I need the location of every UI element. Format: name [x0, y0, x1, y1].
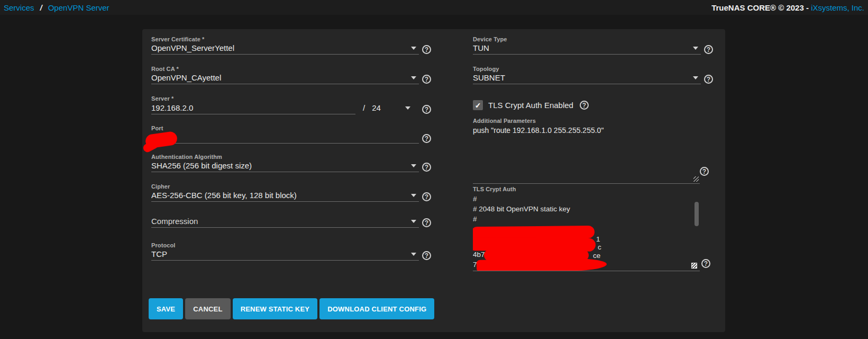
- copyright: TrueNAS CORE® © 2023 - iXsystems, Inc.: [711, 3, 864, 12]
- scrollbar-thumb[interactable]: [695, 202, 699, 226]
- chevron-down-icon: [693, 76, 698, 79]
- tls-key-fragment: ce: [593, 252, 600, 260]
- additional-parameters-label: Additional Parameters: [473, 118, 713, 124]
- device-type-value: TUN: [473, 43, 690, 52]
- topology-value: SUBNET: [473, 73, 690, 82]
- field-additional-parameters: Additional Parameters push "route 192.16…: [473, 118, 713, 184]
- field-protocol: Protocol TCP ?: [151, 242, 431, 261]
- netmask-separator: /: [363, 103, 365, 112]
- field-server: Server * 192.168.2.0 / 24 ?: [151, 95, 431, 114]
- server-label: Server *: [151, 95, 431, 102]
- topology-label: Topology: [473, 66, 713, 73]
- top-bar: Services / OpenVPN Server TrueNAS CORE® …: [0, 0, 868, 15]
- root-ca-select[interactable]: OpenVPN_CAyettel: [151, 74, 419, 84]
- field-authentication-algorithm: Authentication Algorithm SHA256 (256 bit…: [151, 154, 431, 172]
- tls-crypt-auth-label: TLS Crypt Auth: [473, 186, 713, 193]
- tls-crypt-auth-textarea[interactable]: # # 2048 bit OpenVPN static key # 1 c 4b…: [473, 194, 700, 271]
- field-tls-crypt-auth: TLS Crypt Auth # # 2048 bit OpenVPN stat…: [473, 186, 713, 271]
- chevron-down-icon: [411, 194, 416, 197]
- save-button[interactable]: SAVE: [149, 298, 183, 319]
- help-icon[interactable]: ?: [422, 105, 431, 114]
- topology-select[interactable]: SUBNET: [473, 74, 701, 84]
- tls-crypt-auth-line: # 2048 bit OpenVPN static key: [473, 204, 700, 214]
- ixsystems-link[interactable]: iXsystems, Inc.: [811, 3, 864, 12]
- server-input[interactable]: 192.168.2.0: [151, 104, 355, 114]
- chevron-down-icon: [411, 47, 416, 50]
- cancel-button[interactable]: CANCEL: [185, 298, 230, 319]
- authentication-algorithm-label: Authentication Algorithm: [151, 154, 431, 160]
- openvpn-server-page: Services / OpenVPN Server TrueNAS CORE® …: [0, 0, 868, 339]
- help-icon[interactable]: ?: [701, 259, 710, 268]
- breadcrumb-separator: /: [40, 3, 42, 12]
- redaction-scribble: [142, 139, 160, 154]
- help-icon[interactable]: ?: [422, 218, 431, 227]
- breadcrumb: Services / OpenVPN Server: [4, 3, 109, 12]
- device-type-select[interactable]: TUN: [473, 44, 701, 55]
- tls-key-fragment: c: [598, 243, 601, 251]
- breadcrumb-openvpn-server-link[interactable]: OpenVPN Server: [48, 3, 109, 12]
- tls-crypt-auth-enabled-label: TLS Crypt Auth Enabled: [488, 101, 573, 110]
- protocol-select[interactable]: TCP: [151, 250, 419, 261]
- chevron-down-icon: [411, 253, 416, 256]
- redaction-scribble: [477, 258, 607, 271]
- field-cipher: Cipher AES-256-CBC (256 bit key, 128 bit…: [151, 183, 431, 202]
- resize-handle-icon[interactable]: [693, 176, 699, 182]
- field-topology: Topology SUBNET ?: [473, 66, 713, 84]
- protocol-label: Protocol: [151, 242, 431, 249]
- tls-crypt-auth-enabled-checkbox[interactable]: ✓: [473, 100, 483, 110]
- server-value: 192.168.2.0: [151, 103, 355, 112]
- chevron-down-icon: [411, 164, 416, 167]
- download-client-config-button[interactable]: DOWNLOAD CLIENT CONFIG: [319, 298, 434, 319]
- cipher-label: Cipher: [151, 183, 431, 190]
- resize-handle-icon[interactable]: [691, 263, 697, 269]
- additional-parameters-value: push "route 192.168.1.0 255.255.255.0": [473, 126, 700, 135]
- cipher-value: AES-256-CBC (256 bit key, 128 bit block): [151, 191, 408, 200]
- tls-crypt-auth-line: #: [473, 214, 700, 224]
- chevron-down-icon: [693, 47, 698, 50]
- netmask-select[interactable]: / 24: [355, 103, 413, 114]
- server-certificate-label: Server Certificate *: [151, 36, 431, 43]
- root-ca-value: OpenVPN_CAyettel: [151, 73, 408, 82]
- tls-key-fragment: 4b7: [473, 251, 485, 258]
- port-input[interactable]: [151, 133, 419, 144]
- help-icon[interactable]: ?: [422, 45, 431, 54]
- chevron-down-icon: [411, 220, 416, 223]
- renew-static-key-button[interactable]: RENEW STATIC KEY: [233, 298, 318, 319]
- tls-key-fragment: 1: [596, 235, 600, 243]
- compression-select[interactable]: Compression: [151, 217, 419, 228]
- form-actions: SAVE CANCEL RENEW STATIC KEY DOWNLOAD CL…: [149, 298, 434, 319]
- field-root-ca: Root CA * OpenVPN_CAyettel ?: [151, 66, 431, 84]
- field-port: Port ?: [151, 125, 431, 144]
- help-icon[interactable]: ?: [422, 251, 431, 260]
- protocol-value: TCP: [151, 249, 408, 258]
- authentication-algorithm-select[interactable]: SHA256 (256 bit digest size): [151, 162, 419, 172]
- device-type-label: Device Type: [473, 36, 713, 43]
- copyright-text: TrueNAS CORE® © 2023 -: [711, 3, 811, 12]
- port-label: Port: [151, 125, 431, 132]
- help-icon[interactable]: ?: [700, 167, 709, 176]
- breadcrumb-services-link[interactable]: Services: [4, 3, 34, 12]
- help-icon[interactable]: ?: [422, 75, 431, 84]
- chevron-down-icon: [411, 76, 416, 79]
- field-compression: Compression ?: [151, 217, 431, 228]
- server-certificate-value: OpenVPN_ServerYettel: [151, 43, 408, 52]
- help-icon[interactable]: ?: [580, 101, 589, 110]
- help-icon[interactable]: ?: [422, 134, 431, 143]
- help-icon[interactable]: ?: [704, 45, 713, 54]
- help-icon[interactable]: ?: [704, 75, 713, 84]
- tls-crypt-auth-line: #: [473, 194, 700, 204]
- help-icon[interactable]: ?: [422, 192, 431, 201]
- root-ca-label: Root CA *: [151, 66, 431, 73]
- compression-placeholder: Compression: [151, 217, 408, 226]
- authentication-algorithm-value: SHA256 (256 bit digest size): [151, 161, 408, 170]
- additional-parameters-textarea[interactable]: push "route 192.168.1.0 255.255.255.0": [473, 126, 700, 184]
- openvpn-server-form-card: Server Certificate * OpenVPN_ServerYette…: [142, 29, 725, 332]
- field-device-type: Device Type TUN ?: [473, 36, 713, 55]
- netmask-value: 24: [372, 103, 381, 112]
- help-icon[interactable]: ?: [422, 163, 431, 172]
- cipher-select[interactable]: AES-256-CBC (256 bit key, 128 bit block): [151, 191, 419, 202]
- server-certificate-select[interactable]: OpenVPN_ServerYettel: [151, 44, 419, 55]
- chevron-down-icon: [405, 106, 410, 110]
- tls-crypt-auth-enabled-row: ✓ TLS Crypt Auth Enabled ?: [473, 100, 589, 110]
- field-server-certificate: Server Certificate * OpenVPN_ServerYette…: [151, 36, 431, 55]
